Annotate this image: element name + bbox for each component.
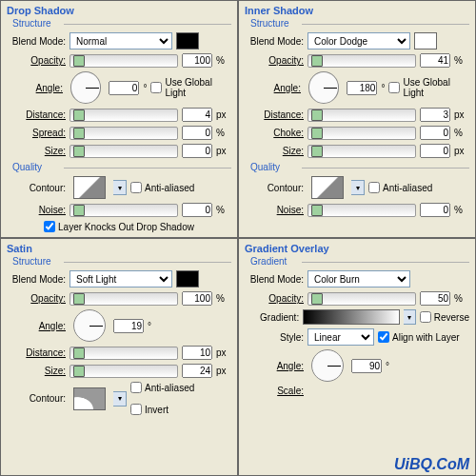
size-slider[interactable]	[69, 145, 178, 158]
quality-section: Quality	[250, 162, 469, 172]
choke-label: Choke:	[245, 128, 304, 138]
distance-input[interactable]	[182, 108, 212, 122]
noise-label: Noise:	[7, 205, 66, 215]
structure-section: Structure	[12, 256, 231, 267]
contour-dropdown-icon[interactable]	[351, 180, 365, 195]
spread-slider[interactable]	[69, 127, 178, 140]
color-swatch[interactable]	[414, 32, 437, 50]
contour-label: Contour:	[7, 183, 66, 193]
noise-input[interactable]	[420, 203, 450, 217]
panel-title: Drop Shadow	[7, 5, 231, 16]
contour-picker[interactable]	[73, 387, 106, 410]
size-input[interactable]	[420, 144, 450, 158]
invert-checkbox[interactable]	[130, 404, 142, 415]
noise-input[interactable]	[182, 203, 212, 217]
size-label: Size:	[7, 366, 66, 376]
spread-label: Spread:	[7, 128, 66, 138]
angle-dial[interactable]	[70, 71, 101, 104]
structure-section: Structure	[12, 18, 231, 29]
opacity-slider[interactable]	[307, 292, 416, 306]
panel-title: Gradient Overlay	[245, 243, 469, 254]
opacity-label: Opacity:	[7, 55, 66, 66]
size-slider[interactable]	[307, 145, 416, 158]
blend-mode-label: Blend Mode:	[245, 36, 304, 47]
color-swatch[interactable]	[176, 32, 199, 50]
choke-input[interactable]	[420, 126, 450, 140]
distance-label: Distance:	[7, 109, 66, 120]
angle-label: Angle:	[7, 321, 66, 331]
noise-slider[interactable]	[69, 204, 178, 217]
angle-label: Angle:	[245, 361, 304, 371]
distance-slider[interactable]	[69, 109, 178, 122]
panel-title: Inner Shadow	[245, 5, 469, 16]
blend-mode-select[interactable]: Normal	[69, 32, 172, 50]
quality-section: Quality	[12, 162, 231, 172]
watermark: UiBQ.CoM	[394, 456, 469, 473]
opacity-label: Opacity:	[7, 293, 66, 304]
blend-mode-select[interactable]: Soft Light	[69, 270, 172, 288]
opacity-input[interactable]	[420, 53, 450, 68]
drop-shadow-panel: Drop Shadow Structure Blend Mode: Normal…	[0, 0, 238, 238]
angle-dial[interactable]	[311, 349, 344, 382]
style-label: Style:	[245, 332, 304, 343]
angle-input[interactable]	[109, 81, 139, 95]
use-global-light-checkbox[interactable]	[388, 82, 400, 93]
panel-title: Satin	[7, 243, 231, 254]
anti-aliased-checkbox[interactable]	[130, 382, 142, 393]
contour-label: Contour:	[245, 183, 304, 193]
style-select[interactable]: Linear	[307, 328, 374, 346]
opacity-input[interactable]	[182, 291, 212, 306]
distance-label: Distance:	[7, 347, 66, 358]
gradient-section: Gradient	[250, 256, 469, 267]
blend-mode-select[interactable]: Color Dodge	[307, 32, 410, 50]
blend-mode-select[interactable]: Color Burn	[307, 270, 410, 288]
opacity-input[interactable]	[182, 53, 212, 68]
size-label: Size:	[7, 146, 66, 156]
knockout-checkbox[interactable]	[44, 221, 55, 232]
choke-slider[interactable]	[307, 127, 416, 140]
size-input[interactable]	[182, 144, 212, 158]
opacity-slider[interactable]	[69, 54, 178, 68]
noise-slider[interactable]	[307, 204, 416, 217]
size-slider[interactable]	[69, 365, 178, 378]
opacity-input[interactable]	[420, 291, 450, 306]
contour-picker[interactable]	[311, 176, 344, 199]
contour-picker[interactable]	[73, 176, 106, 199]
blend-mode-label: Blend Mode:	[245, 274, 304, 285]
gradient-dropdown-icon[interactable]	[404, 309, 416, 325]
gradient-label: Gradient:	[245, 312, 299, 323]
distance-input[interactable]	[420, 108, 450, 122]
gradient-picker[interactable]	[303, 309, 400, 325]
anti-aliased-checkbox[interactable]	[368, 182, 380, 193]
contour-label: Contour:	[7, 393, 66, 404]
size-label: Size:	[245, 146, 304, 156]
distance-input[interactable]	[182, 346, 212, 360]
blend-mode-label: Blend Mode:	[7, 36, 66, 47]
angle-input[interactable]	[347, 81, 377, 95]
distance-slider[interactable]	[307, 109, 416, 122]
opacity-slider[interactable]	[69, 292, 178, 306]
size-input[interactable]	[182, 364, 212, 378]
color-swatch[interactable]	[176, 270, 199, 288]
scale-label: Scale:	[245, 386, 304, 396]
contour-dropdown-icon[interactable]	[113, 180, 127, 195]
angle-dial[interactable]	[308, 71, 339, 104]
reverse-checkbox[interactable]	[420, 311, 431, 323]
distance-slider[interactable]	[69, 347, 178, 360]
opacity-label: Opacity:	[245, 55, 304, 66]
contour-dropdown-icon[interactable]	[113, 391, 127, 407]
gradient-overlay-panel: Gradient Overlay Gradient Blend Mode: Co…	[238, 238, 476, 476]
inner-shadow-panel: Inner Shadow Structure Blend Mode: Color…	[238, 0, 476, 238]
angle-dial[interactable]	[73, 309, 106, 342]
angle-label: Angle:	[245, 83, 301, 93]
angle-input[interactable]	[113, 319, 144, 333]
angle-label: Angle:	[7, 83, 63, 93]
anti-aliased-checkbox[interactable]	[130, 182, 142, 193]
blend-mode-label: Blend Mode:	[7, 274, 66, 285]
use-global-light-checkbox[interactable]	[150, 82, 162, 93]
opacity-slider[interactable]	[307, 54, 416, 68]
align-checkbox[interactable]	[378, 331, 389, 343]
angle-input[interactable]	[351, 359, 382, 373]
distance-label: Distance:	[245, 109, 304, 120]
spread-input[interactable]	[182, 126, 212, 140]
